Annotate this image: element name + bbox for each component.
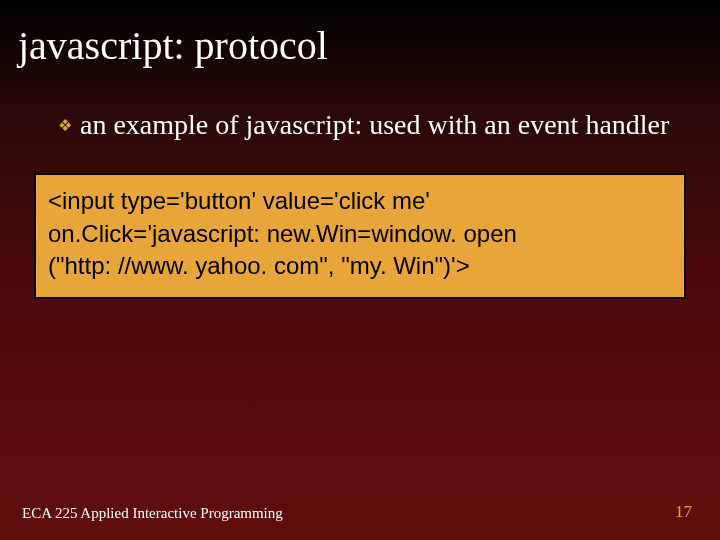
code-line-2: on.Click='javascript: new.Win=window. op… <box>48 218 672 250</box>
footer-left: ECA 225 Applied Interactive Programming <box>22 505 283 522</box>
code-line-1: <input type='button' value='click me' <box>48 185 672 217</box>
slide-number: 17 <box>675 502 692 522</box>
slide-title: javascript: protocol <box>0 0 720 69</box>
diamond-bullet-icon: ❖ <box>58 116 72 135</box>
bullet-text: an example of javascript: used with an e… <box>80 107 669 143</box>
code-line-3: ("http: //www. yahoo. com", "my. Win")'> <box>48 250 672 282</box>
bullet-item: ❖ an example of javascript: used with an… <box>0 69 720 143</box>
slide: javascript: protocol ❖ an example of jav… <box>0 0 720 540</box>
code-box: <input type='button' value='click me' on… <box>34 173 686 298</box>
